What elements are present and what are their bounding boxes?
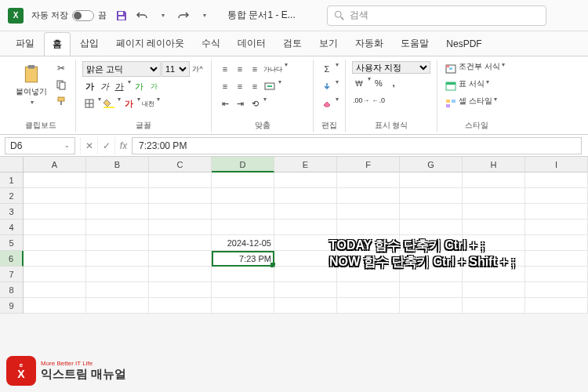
cell-b3[interactable] [86,204,149,220]
font-grow-icon[interactable]: 가 [132,78,146,94]
align-left-icon[interactable]: ≡ [218,78,232,94]
tab-pagelayout[interactable]: 페이지 레이아웃 [108,32,192,55]
col-header-f[interactable]: F [337,157,400,172]
clear-icon[interactable] [320,96,334,111]
border-icon[interactable] [82,96,96,111]
tab-home[interactable]: 홈 [44,32,71,56]
tab-review[interactable]: 검토 [275,32,310,55]
cell-a7[interactable] [24,267,86,282]
row-header-9[interactable]: 9 [0,298,24,314]
cell-c1[interactable] [149,172,212,188]
cell-h3[interactable] [463,204,525,220]
cell-i3[interactable] [525,204,588,220]
cell-i8[interactable] [525,282,588,298]
col-header-h[interactable]: H [463,157,525,172]
cell-f8[interactable] [337,282,400,298]
cell-e6[interactable] [274,251,337,267]
name-box[interactable]: D6 ⌄ [5,137,75,154]
cell-c4[interactable] [149,220,212,235]
cell-b7[interactable] [86,267,149,282]
cell-h9[interactable] [463,298,525,314]
cell-e4[interactable] [274,220,337,235]
cell-f9[interactable] [337,298,400,314]
undo-icon[interactable] [135,9,149,23]
col-header-d[interactable]: D [212,157,274,172]
col-header-b[interactable]: B [86,157,149,172]
align-bottom-icon[interactable]: ≡ [248,61,262,77]
cancel-formula-icon[interactable]: ✕ [80,137,97,154]
fx-icon[interactable]: fx [114,137,132,154]
cell-d4[interactable] [212,220,274,235]
ruby-button[interactable]: 내전 [141,96,155,111]
tab-view[interactable]: 보기 [311,32,346,55]
search-input[interactable]: 검색 [327,5,546,26]
percent-icon[interactable]: % [372,75,386,91]
autosave-toggle[interactable]: 자동 저장 끔 [31,9,107,21]
tab-help[interactable]: 도움말 [393,32,437,55]
cell-a8[interactable] [24,282,86,298]
increase-font-icon[interactable]: 가^ [191,61,205,77]
row-header-1[interactable]: 1 [0,172,24,188]
cell-f2[interactable] [337,188,400,204]
cell-g3[interactable] [400,204,463,220]
cell-i9[interactable] [525,298,588,314]
currency-icon[interactable]: ₩ [352,75,366,91]
cell-a4[interactable] [24,220,86,235]
cell-b6[interactable] [86,251,149,267]
bold-button[interactable]: 가 [82,78,96,94]
underline-button[interactable]: 가 [112,78,126,94]
cell-c7[interactable] [149,267,212,282]
cell-i4[interactable] [525,220,588,235]
redo-dropdown-icon[interactable]: ▾ [198,9,212,23]
cell-a3[interactable] [24,204,86,220]
col-header-a[interactable]: A [24,157,86,172]
row-header-2[interactable]: 2 [0,188,24,204]
cell-d5[interactable]: 2024-12-05 [212,235,274,251]
tab-automate[interactable]: 자동화 [347,32,391,55]
cell-h2[interactable] [463,188,525,204]
cut-icon[interactable]: ✂ [53,61,69,75]
cell-b5[interactable] [86,235,149,251]
orientation-icon[interactable]: ⟲ [248,96,262,111]
italic-button[interactable]: 가 [97,78,111,94]
cell-style-button[interactable] [444,96,458,111]
copy-icon[interactable] [53,78,69,92]
cell-g2[interactable] [400,188,463,204]
cell-d8[interactable] [212,282,274,298]
tab-data[interactable]: 데이터 [230,32,274,55]
col-header-i[interactable]: I [525,157,588,172]
cell-a6[interactable] [24,251,86,267]
cell-a5[interactable] [24,235,86,251]
align-top-icon[interactable]: ≡ [218,61,232,77]
cell-d2[interactable] [212,188,274,204]
cell-a2[interactable] [24,188,86,204]
cell-i1[interactable] [525,172,588,188]
select-all-corner[interactable] [0,157,24,172]
cell-g8[interactable] [400,282,463,298]
cell-c8[interactable] [149,282,212,298]
cell-a1[interactable] [24,172,86,188]
font-color-icon[interactable]: 가 [122,96,136,111]
tab-file[interactable]: 파일 [8,32,42,55]
merge-icon[interactable] [263,78,277,94]
cell-b4[interactable] [86,220,149,235]
cell-c9[interactable] [149,298,212,314]
font-name-select[interactable]: 맑은 고딕 [82,61,161,77]
cell-e9[interactable] [274,298,337,314]
cell-d1[interactable] [212,172,274,188]
row-header-5[interactable]: 5 [0,235,24,251]
cell-e2[interactable] [274,188,337,204]
row-header-4[interactable]: 4 [0,220,24,235]
table-format-button[interactable] [444,78,458,94]
cell-b2[interactable] [86,188,149,204]
tab-nespdf[interactable]: NesPDF [438,34,489,54]
cell-b1[interactable] [86,172,149,188]
format-painter-icon[interactable] [53,94,69,108]
conditional-format-button[interactable] [444,61,458,77]
cell-e5[interactable] [274,235,337,251]
cell-h4[interactable] [463,220,525,235]
cell-a9[interactable] [24,298,86,314]
undo-dropdown-icon[interactable]: ▾ [156,9,170,23]
cell-e1[interactable] [274,172,337,188]
cell-c5[interactable] [149,235,212,251]
